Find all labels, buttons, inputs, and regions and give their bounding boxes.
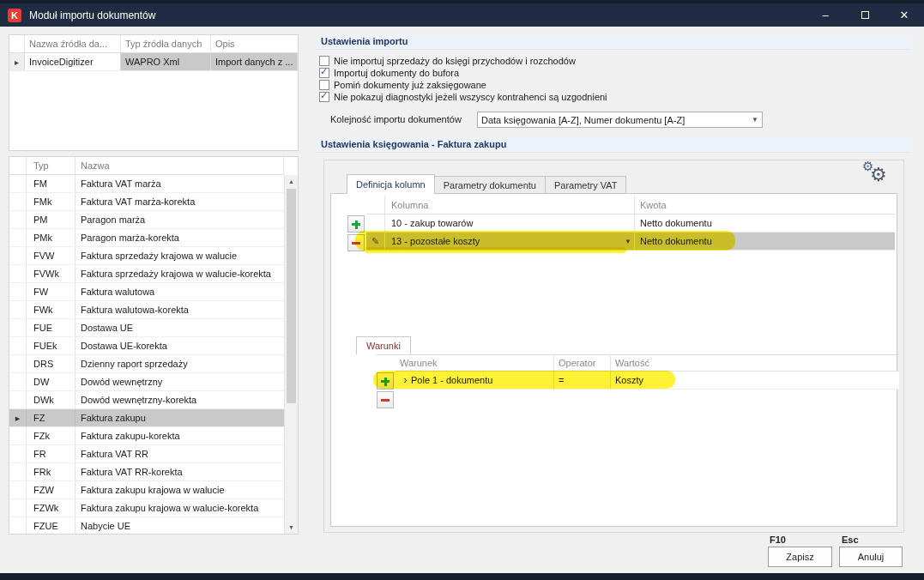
columns-buttons — [347, 215, 365, 253]
row-gutter — [9, 337, 27, 354]
doc-type-row[interactable]: PMParagon marża — [9, 211, 284, 229]
doc-type-code: FMk — [27, 193, 75, 210]
kolumna-cell-editor[interactable]: 13 - pozostałe koszty ▼ — [385, 233, 635, 250]
cancel-button[interactable]: Anuluj — [839, 547, 903, 567]
col-header-kwota[interactable]: Kwota — [635, 196, 895, 214]
source-name-cell: InvoiceDigitizer — [25, 53, 121, 70]
doc-types-header: Typ Nazwa — [9, 157, 284, 175]
edit-pencil-icon: ✎ — [366, 233, 385, 250]
doc-type-row[interactable]: FRFaktura VAT RR — [9, 445, 284, 463]
sources-col-name[interactable]: Nazwa źródła da... — [25, 35, 121, 52]
doc-type-name: Nabycie UE — [75, 517, 284, 535]
doc-type-row[interactable]: FUEkDostawa UE-korekta — [9, 337, 284, 355]
row-gutter — [9, 391, 27, 408]
remove-condition-button[interactable] — [377, 391, 394, 408]
doc-type-row[interactable]: FUEDostawa UE — [9, 319, 284, 337]
tab-definicja-kolumn[interactable]: Definicja kolumn — [347, 174, 435, 194]
operator-cell: = — [554, 372, 611, 389]
row-gutter — [9, 265, 27, 282]
maximize-button[interactable] — [845, 3, 885, 27]
cond-header-operator[interactable]: Operator — [554, 354, 611, 371]
checkbox-row[interactable]: ✓Nie pokazuj diagnostyki jeżeli wszyscy … — [319, 91, 911, 103]
checkbox-row[interactable]: ✓Importuj dokumenty do bufora — [319, 67, 911, 79]
sources-col-type[interactable]: Typ źródła danych — [121, 35, 211, 52]
doc-type-code: FW — [27, 283, 75, 300]
column-row[interactable]: 10 - zakup towarów Netto dokumentu — [366, 214, 895, 233]
checkbox-checked-icon[interactable]: ✓ — [319, 92, 329, 102]
column-row-selected[interactable]: ✎ 13 - pozostałe koszty ▼ Netto dokument… — [366, 233, 895, 251]
doc-type-row[interactable]: FVWFaktura sprzedaży krajowa w walucie — [9, 247, 284, 265]
doc-types-body: FMFaktura VAT marżaFMkFaktura VAT marża-… — [9, 175, 284, 534]
scroll-down-icon[interactable]: ▼ — [285, 521, 298, 534]
checkbox-unchecked-icon[interactable] — [319, 56, 329, 66]
scrollbar-thumb[interactable] — [287, 189, 296, 403]
booking-settings-header: Ustawienia księgowania - Faktura zakupu — [316, 137, 911, 153]
selected-row-pointer-icon: ▸ — [9, 53, 25, 70]
doc-type-row[interactable]: FMkFaktura VAT marża-korekta — [9, 193, 284, 211]
doc-type-row[interactable]: FZUENabycie UE — [9, 517, 284, 535]
doc-type-row[interactable]: FWkFaktura walutowa-korekta — [9, 301, 284, 319]
doc-type-row[interactable]: FZkFaktura zakupu-korekta — [9, 427, 284, 445]
doc-type-row[interactable]: DWDowód wewnętrzny — [9, 373, 284, 391]
remove-column-button[interactable] — [347, 234, 365, 251]
doc-type-name: Faktura VAT RR — [75, 445, 284, 462]
kwota-cell: Netto dokumentu — [635, 233, 895, 250]
columns-header-gutter — [366, 196, 385, 214]
save-button[interactable]: Zapisz — [768, 547, 832, 567]
doc-type-row[interactable]: DRSDzienny raport sprzedaży — [9, 355, 284, 373]
conditions-grid-header: Warunek Operator Wartość — [396, 354, 899, 372]
doc-type-row[interactable]: FMFaktura VAT marża — [9, 175, 284, 193]
checkbox-unchecked-icon[interactable] — [319, 80, 329, 90]
settings-gears-button[interactable]: ⚙ ⚙ — [861, 160, 893, 190]
doc-types-col-nazwa[interactable]: Nazwa — [75, 157, 284, 174]
order-dropdown-value: Data księgowania [A-Z], Numer dokumentu … — [481, 115, 685, 125]
doc-type-code: PM — [27, 211, 75, 228]
doc-type-name: Dowód wewnętrzny-korekta — [75, 391, 284, 408]
row-gutter — [9, 481, 27, 498]
doc-type-name: Faktura VAT RR-korekta — [75, 463, 284, 480]
minimize-button[interactable]: – — [806, 3, 845, 27]
row-expander-icon[interactable]: › — [400, 374, 411, 386]
dialog-window: K Moduł importu dokumentów – ✕ Nazwa źró… — [0, 3, 924, 573]
doc-type-row[interactable]: FVWkFaktura sprzedaży krajowa w walucie-… — [9, 265, 284, 283]
cond-header-wartosc[interactable]: Wartość — [611, 354, 899, 371]
sources-col-desc[interactable]: Opis — [211, 35, 298, 52]
doc-type-row[interactable]: FZWkFaktura zakupu krajowa w walucie-kor… — [9, 499, 284, 517]
add-column-button[interactable] — [347, 215, 365, 233]
doc-type-name: Dostawa UE — [75, 319, 284, 336]
tab-parametry-dokumentu[interactable]: Parametry dokumentu — [435, 176, 546, 194]
checkbox-row[interactable]: Pomiń dokumenty już zaksięgowane — [319, 79, 911, 91]
checkbox-list: Nie importuj sprzedaży do księgi przycho… — [319, 55, 911, 103]
tab-parametry-vat[interactable]: Parametry VAT — [546, 176, 627, 194]
combo-dropdown-icon[interactable]: ▼ — [625, 238, 631, 245]
doc-type-code: PMk — [27, 229, 75, 246]
doc-type-name: Dzienny raport sprzedaży — [75, 355, 284, 372]
checkbox-checked-icon[interactable]: ✓ — [319, 68, 329, 78]
document-types-grid: Typ Nazwa FMFaktura VAT marżaFMkFaktura … — [9, 156, 299, 535]
add-condition-button[interactable] — [377, 372, 394, 390]
doc-types-col-typ[interactable]: Typ — [27, 157, 75, 174]
order-dropdown[interactable]: Data księgowania [A-Z], Numer dokumentu … — [477, 112, 763, 128]
col-header-kolumna[interactable]: Kolumna — [385, 196, 635, 214]
doc-type-name: Dostawa UE-korekta — [75, 337, 284, 354]
close-button[interactable]: ✕ — [885, 3, 924, 27]
doc-type-row[interactable]: FZWFaktura zakupu krajowa w walucie — [9, 481, 284, 499]
condition-row[interactable]: › Pole 1 - dokumentu = Koszty — [396, 372, 899, 390]
doc-type-row[interactable]: PMkParagon marża-korekta — [9, 229, 284, 247]
cond-header-warunek[interactable]: Warunek — [396, 354, 554, 371]
tab-warunki[interactable]: Warunki — [356, 336, 411, 354]
source-row[interactable]: ▸ InvoiceDigitizer WAPRO Xml Import dany… — [9, 53, 298, 71]
checkbox-row[interactable]: Nie importuj sprzedaży do księgi przycho… — [319, 55, 911, 67]
doc-type-row[interactable]: FWFaktura walutowa — [9, 283, 284, 301]
doc-types-scrollbar[interactable]: ▲ ▼ — [284, 175, 298, 534]
doc-type-row[interactable]: FRkFaktura VAT RR-korekta — [9, 463, 284, 481]
doc-type-name: Faktura zakupu-korekta — [75, 427, 284, 444]
row-gutter — [9, 229, 27, 246]
chevron-down-icon[interactable]: ▼ — [748, 116, 762, 124]
doc-type-name: Faktura VAT marża — [75, 175, 284, 192]
doc-type-code: FR — [27, 445, 75, 462]
doc-type-row[interactable]: DWkDowód wewnętrzny-korekta — [9, 391, 284, 409]
doc-type-row[interactable]: ▸FZFaktura zakupu — [9, 409, 284, 427]
kwota-cell: Netto dokumentu — [635, 214, 895, 232]
scroll-up-icon[interactable]: ▲ — [285, 175, 298, 188]
